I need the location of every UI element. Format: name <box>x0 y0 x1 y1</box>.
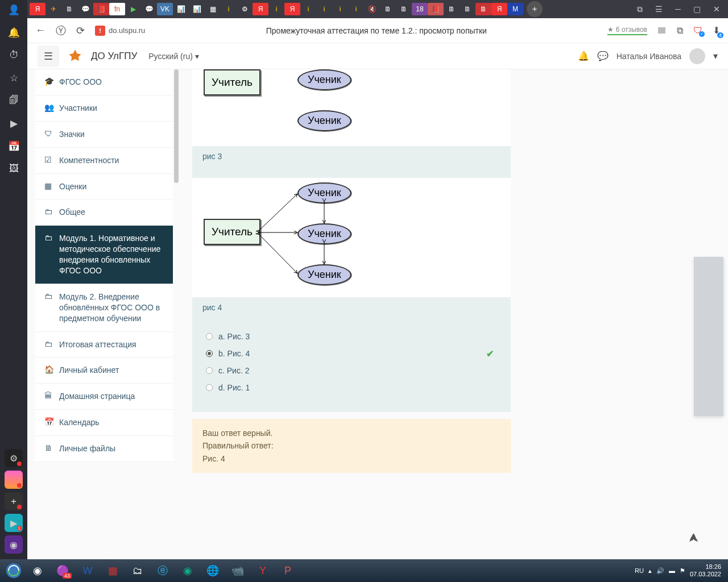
tab-5-active[interactable]: fn <box>109 3 125 15</box>
answer-a[interactable]: a. Рис. 3 <box>206 328 497 345</box>
reload-icon[interactable]: ⟳ <box>76 24 85 37</box>
tab-20[interactable]: i <box>348 3 364 15</box>
tab-23[interactable]: 🗎 <box>396 3 412 15</box>
taskbar-app-zoom[interactable]: 📹 <box>225 560 250 581</box>
start-button[interactable] <box>2 559 25 582</box>
taskbar-app-3[interactable]: ▦ <box>100 560 125 581</box>
os-app-2[interactable] <box>5 471 23 489</box>
tab-26[interactable]: 🗎 <box>444 3 460 15</box>
tab-21[interactable]: 🔇 <box>364 3 380 15</box>
tray-network-icon[interactable]: ▬ <box>669 567 675 574</box>
tab-16[interactable]: Я <box>284 3 300 15</box>
tray-sound-icon[interactable]: 🔊 <box>656 567 664 575</box>
tab-3[interactable]: 💬 <box>77 3 93 15</box>
hamburger-icon[interactable]: ☰ <box>38 45 59 67</box>
sidebar-item-dashboard[interactable]: 🏠Личный кабинет <box>35 357 173 384</box>
tab-6[interactable]: ▶ <box>125 3 141 15</box>
new-tab-button[interactable]: ＋ <box>527 1 543 17</box>
reviews-badge[interactable]: ★ 6 отзывов <box>607 26 647 35</box>
win-split-icon[interactable]: ☰ <box>655 5 663 14</box>
site-name[interactable]: ДО УлГПУ <box>91 51 137 62</box>
tab-1[interactable]: ✈ <box>46 3 61 15</box>
taskbar-app-yandex[interactable]: Y <box>250 560 275 581</box>
user-menu-caret-icon[interactable]: ▾ <box>713 51 718 61</box>
download-icon[interactable]: ⬇4 <box>713 25 720 36</box>
os-star-icon[interactable]: ☆ <box>7 72 20 84</box>
sidebar-item-files[interactable]: 🗎Личные файлы <box>35 436 173 462</box>
sidebar-item-grades[interactable]: ▦Оценки <box>35 174 173 200</box>
taskbar-app-ppt[interactable]: P <box>275 560 300 581</box>
answer-b[interactable]: b. Рис. 4✔ <box>206 345 497 362</box>
os-calendar-icon[interactable]: 📅 <box>7 140 20 152</box>
tab-24[interactable]: 18 <box>412 3 428 15</box>
win-maximize-icon[interactable]: ▢ <box>693 5 701 14</box>
tab-29[interactable]: Я <box>491 3 507 15</box>
tray-clock[interactable]: 18:26 07.03.2022 <box>690 563 721 578</box>
tab-15[interactable]: i <box>268 3 284 15</box>
sidebar-item-final[interactable]: 🗀Итоговая аттестация <box>35 332 173 358</box>
os-collections-icon[interactable]: 🗐 <box>7 94 20 107</box>
taskbar-app-chrome[interactable]: 🌐 <box>200 560 225 581</box>
tab-7[interactable]: 💬 <box>141 3 157 15</box>
tab-9[interactable]: 📊 <box>173 3 189 15</box>
sidebar-item-home[interactable]: 🏛Домашняя страница <box>35 384 173 410</box>
os-app-add[interactable]: ＋ <box>5 492 23 510</box>
tab-13[interactable]: ⚙ <box>237 3 253 15</box>
tab-12[interactable]: i <box>221 3 237 15</box>
tab-27[interactable]: 🗎 <box>460 3 475 15</box>
os-user-icon[interactable]: 👤 <box>7 3 20 16</box>
right-floating-panel[interactable] <box>694 257 723 416</box>
tab-28[interactable]: 🗎 <box>475 3 491 15</box>
extensions-icon[interactable]: ⧉ <box>677 26 683 36</box>
messages-icon[interactable]: 💬 <box>597 51 609 61</box>
tab-4[interactable]: 📕 <box>93 3 109 15</box>
avatar[interactable] <box>689 48 705 64</box>
os-play-icon[interactable]: ▶ <box>7 117 20 130</box>
sidebar-item-calendar[interactable]: 📅Календарь <box>35 410 173 436</box>
language-selector[interactable]: Русский (ru) ▾ <box>148 52 199 61</box>
tab-0[interactable]: Я <box>30 3 46 15</box>
os-app-3[interactable]: ▶1 <box>5 514 23 532</box>
tray-lang[interactable]: RU <box>635 567 644 574</box>
tab-19[interactable]: i <box>332 3 348 15</box>
sidebar-item-module2[interactable]: 🗀Модуль 2. Внедрение обновлённых ФГОС ОО… <box>35 284 173 332</box>
tab-2[interactable]: 🗎 <box>61 3 77 15</box>
tab-17[interactable]: i <box>300 3 316 15</box>
scroll-top-button[interactable]: ⮝ <box>684 527 704 548</box>
tab-8[interactable]: VK <box>157 3 173 15</box>
tab-11[interactable]: ▦ <box>205 3 221 15</box>
shield-icon[interactable]: 🛡✓ <box>693 26 702 36</box>
sidebar-item-badges[interactable]: 🛡Значки <box>35 122 173 148</box>
taskbar-app-explorer[interactable]: 🗂 <box>125 560 150 581</box>
bookmark-icon[interactable]: ⯀ <box>657 26 667 36</box>
tray-flag-icon[interactable]: ⚑ <box>680 567 685 575</box>
os-history-icon[interactable]: ⏱ <box>7 49 20 61</box>
yandex-icon[interactable]: Ⓨ <box>56 24 66 38</box>
answer-c[interactable]: c. Рис. 2 <box>206 362 497 379</box>
back-icon[interactable]: ← <box>35 24 46 36</box>
tab-10[interactable]: 📊 <box>189 3 205 15</box>
os-app-4[interactable]: ◉ <box>5 535 23 554</box>
notifications-icon[interactable]: 🔔 <box>578 51 589 61</box>
sidebar-scrollbar[interactable] <box>174 69 180 365</box>
os-gallery-icon[interactable]: 🖼 <box>7 163 20 175</box>
sidebar-item-course[interactable]: 🎓ФГОС ООО <box>35 69 173 95</box>
taskbar-app-viber[interactable]: 🟣43 <box>50 560 75 581</box>
sidebar-item-module1[interactable]: 🗀Модуль 1. Нормативное и методическое об… <box>35 226 173 284</box>
tab-30[interactable]: M <box>507 3 523 15</box>
sidebar-item-competencies[interactable]: ☑Компетентности <box>35 148 173 174</box>
os-bell-icon[interactable]: 🔔 <box>7 26 20 39</box>
tab-18[interactable]: i <box>316 3 332 15</box>
user-name[interactable]: Наталья Иванова <box>617 52 681 61</box>
taskbar-app-ie[interactable]: ⓔ <box>150 560 175 581</box>
win-minimize-icon[interactable]: ─ <box>675 5 681 14</box>
tab-22[interactable]: 🗎 <box>380 3 396 15</box>
url-field[interactable]: ! do.ulspu.ru <box>95 26 145 36</box>
sidebar-item-general[interactable]: 🗀Общее <box>35 199 173 226</box>
answer-d[interactable]: d. Рис. 1 <box>206 379 497 396</box>
tab-14[interactable]: Я <box>253 3 268 15</box>
tray-up-icon[interactable]: ▴ <box>648 567 652 575</box>
win-close-icon[interactable]: ✕ <box>713 5 720 14</box>
taskbar-app-1[interactable]: ◉ <box>25 560 50 581</box>
win-panel-icon[interactable]: ⧉ <box>637 5 643 14</box>
